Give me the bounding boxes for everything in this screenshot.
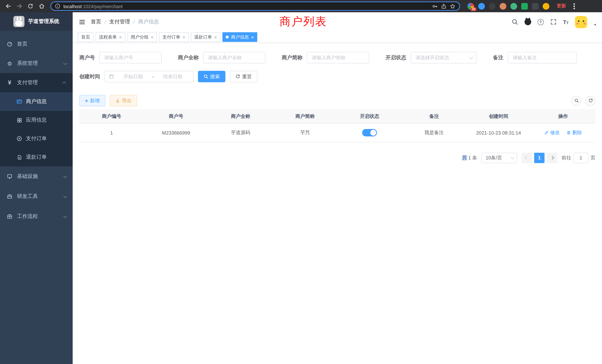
- close-icon[interactable]: ×: [151, 35, 153, 40]
- browser-toolbar: localhost:1024/pay/merchant 10 更新: [0, 0, 602, 12]
- tab-refund-order[interactable]: 退款订单 ×: [191, 32, 220, 42]
- extension-icon-7[interactable]: [532, 3, 539, 10]
- url-host: localhost: [63, 4, 82, 9]
- sidebar-subitem-merchant-info[interactable]: 商户信息: [0, 92, 73, 111]
- close-icon[interactable]: ×: [182, 35, 185, 40]
- col-merchant-id: 商户编号: [79, 109, 144, 123]
- sidebar-subitem-pay-order[interactable]: 支付订单: [0, 129, 73, 148]
- filter-row-2: 创建时间 开始日期 - 结束日期 搜索: [79, 71, 595, 82]
- filter-row-1: 商户号 商户全称 商户简称 开启状态 请选择开启状态: [79, 52, 595, 63]
- browser-reload-button[interactable]: [26, 2, 35, 11]
- close-icon[interactable]: ×: [214, 35, 217, 40]
- create-time-label: 创建时间: [79, 73, 105, 80]
- address-bar[interactable]: localhost:1024/pay/merchant: [50, 1, 460, 11]
- browser-forward-button[interactable]: [15, 2, 24, 11]
- edit-link-label: 修改: [550, 129, 560, 136]
- extension-icon-5[interactable]: [510, 3, 517, 10]
- create-time-range-picker[interactable]: 开始日期 - 结束日期: [105, 71, 194, 82]
- fullscreen-icon[interactable]: [550, 19, 557, 25]
- sidebar-subitem-label: 商户信息: [26, 98, 47, 105]
- breadcrumb-home[interactable]: 首页: [91, 19, 101, 25]
- page-size-select[interactable]: 10条/页: [482, 152, 517, 163]
- extension-icon-2[interactable]: [478, 3, 485, 10]
- tab-pay-order[interactable]: 支付订单 ×: [159, 32, 189, 42]
- monitor-icon: [7, 173, 13, 179]
- hamburger-icon[interactable]: [79, 18, 86, 25]
- page-1-button[interactable]: 1: [534, 152, 545, 163]
- sidebar-subitem-app-info[interactable]: 应用信息: [0, 111, 73, 129]
- status-select-placeholder: 请选择开启状态: [416, 54, 449, 61]
- app: 芋道管理系统 首页 ⚙ 系统管理 ¥ 支付管理: [0, 12, 602, 364]
- extension-icon-6[interactable]: [521, 3, 528, 10]
- delete-link[interactable]: 删除: [566, 129, 582, 136]
- browser-menu-icon[interactable]: [573, 5, 575, 7]
- remark-input[interactable]: [508, 52, 577, 63]
- grid-icon: [16, 117, 22, 123]
- browser-home-button[interactable]: [37, 2, 46, 11]
- tab-label: 商户信息: [231, 34, 249, 40]
- tab-merchant-info[interactable]: 商户信息 ×: [223, 32, 257, 42]
- col-remark: 备注: [402, 109, 466, 123]
- pagination-total-rest: 1 条: [467, 155, 477, 160]
- tab-user-group[interactable]: 用户分组 ×: [127, 32, 157, 42]
- browser-update-button[interactable]: 更新: [557, 3, 566, 9]
- export-button[interactable]: 导出: [110, 95, 137, 106]
- reset-button[interactable]: 重置: [230, 71, 257, 82]
- top-navbar: 首页 / 支付管理 / 商户信息 ? TT: [73, 12, 602, 32]
- share-icon[interactable]: [441, 3, 447, 9]
- sidebar-item-devtools[interactable]: 研发工具: [0, 186, 73, 206]
- merchant-card-icon: [16, 99, 22, 105]
- refresh-table-button[interactable]: [586, 96, 595, 106]
- short-name-input[interactable]: [307, 52, 369, 63]
- sidebar-subitem-refund-order[interactable]: 退款订单: [0, 148, 73, 166]
- app-logo[interactable]: 芋道管理系统: [0, 12, 73, 31]
- close-icon[interactable]: ×: [251, 35, 254, 40]
- search-button[interactable]: 搜索: [198, 71, 225, 82]
- chevron-right-icon: [550, 156, 554, 160]
- help-icon[interactable]: ?: [537, 19, 544, 25]
- goto-page-input[interactable]: [573, 152, 588, 163]
- hide-search-button[interactable]: [572, 96, 581, 106]
- status-select[interactable]: 请选择开启状态: [411, 52, 477, 63]
- extension-icon-8[interactable]: [543, 3, 549, 10]
- next-page-button[interactable]: [547, 152, 557, 163]
- table-header-row: 商户编号 商户号 商户全称 商户简称 开启状态 备注 创建时间 操作: [79, 109, 595, 123]
- add-button[interactable]: + 新增: [79, 95, 105, 106]
- extension-icon-4[interactable]: [500, 3, 506, 10]
- tab-process-form[interactable]: 流程表单 ×: [96, 32, 125, 42]
- edit-link[interactable]: 修改: [544, 129, 560, 136]
- status-toggle[interactable]: [362, 129, 377, 136]
- breadcrumb-payment[interactable]: 支付管理: [109, 19, 130, 25]
- chevron-down-icon: [63, 61, 67, 65]
- cell-actions: 修改 删除: [531, 123, 595, 142]
- sidebar-item-infra[interactable]: 基础设施: [0, 166, 73, 186]
- extension-icon-3[interactable]: [489, 3, 496, 10]
- sidebar-item-system[interactable]: ⚙ 系统管理: [0, 54, 73, 73]
- site-info-icon[interactable]: [55, 3, 60, 9]
- prev-page-button[interactable]: [522, 152, 532, 163]
- search-button-label: 搜索: [210, 73, 220, 80]
- avatar-caret-icon[interactable]: ▾: [594, 22, 596, 26]
- toolbox-icon: [7, 193, 13, 199]
- close-icon[interactable]: ×: [119, 35, 122, 40]
- goto-label: 前往: [562, 154, 571, 161]
- plus-icon: +: [85, 98, 88, 103]
- sidebar-item-home[interactable]: 首页: [0, 34, 73, 54]
- browser-extensions: 10: [467, 3, 549, 10]
- extension-icon-1[interactable]: 10: [467, 3, 474, 10]
- font-size-icon[interactable]: TT: [563, 19, 569, 25]
- password-key-icon[interactable]: [432, 3, 438, 9]
- browser-back-button[interactable]: [4, 2, 13, 11]
- user-avatar[interactable]: [575, 16, 587, 28]
- sidebar-item-workflow[interactable]: 工作流程: [0, 206, 73, 226]
- full-name-input[interactable]: [203, 52, 265, 63]
- url-text[interactable]: localhost:1024/pay/merchant: [63, 3, 123, 10]
- bookmark-star-icon[interactable]: [450, 3, 456, 9]
- navbar-actions: ? TT ▾: [511, 16, 596, 28]
- pagination: 共 1 条 10条/页 1 前往 页: [79, 152, 595, 163]
- github-icon[interactable]: [524, 19, 531, 25]
- sidebar-item-payment[interactable]: ¥ 支付管理: [0, 73, 73, 92]
- search-icon[interactable]: [511, 19, 518, 25]
- tab-home[interactable]: 首页: [78, 32, 93, 42]
- merchant-no-input[interactable]: [99, 52, 162, 63]
